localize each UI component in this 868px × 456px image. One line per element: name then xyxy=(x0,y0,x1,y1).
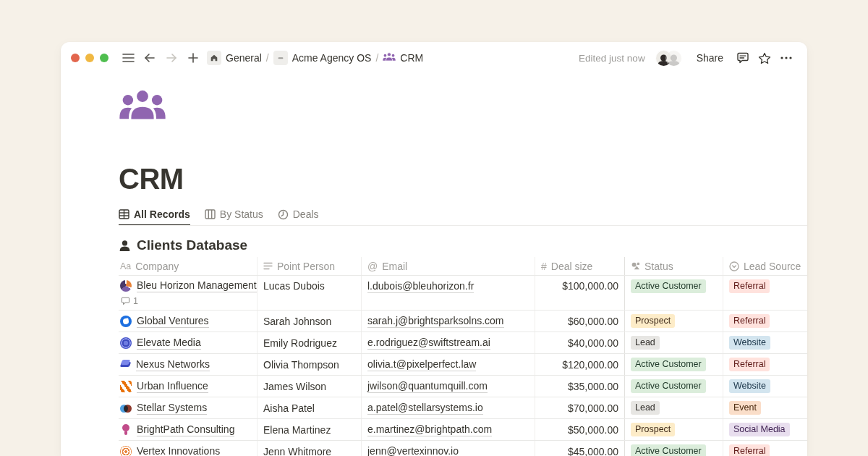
table-row[interactable]: Global Ventures Sarah Johnson sarah.j@br… xyxy=(119,311,807,332)
company-page-link[interactable]: Stellar Systems xyxy=(137,402,207,415)
status-cell[interactable]: Lead xyxy=(625,397,723,418)
company-page-link[interactable]: Bleu Horizon Management xyxy=(137,279,257,292)
status-cell[interactable]: Active Customer xyxy=(625,354,723,375)
tab-deals[interactable]: Deals xyxy=(278,208,319,225)
company-cell[interactable]: BrightPath Consulting xyxy=(119,419,258,440)
lead-source-badge: Social Media xyxy=(729,423,790,436)
point-person-cell[interactable]: Aisha Patel xyxy=(258,397,362,418)
email-link[interactable]: sarah.j@brightsparksolns.com xyxy=(367,315,504,328)
status-cell[interactable]: Active Customer xyxy=(625,276,723,310)
point-person-cell[interactable]: Sarah Johnson xyxy=(258,311,362,332)
email-link[interactable]: jwilson@quantumquill.com xyxy=(367,380,488,393)
table-row[interactable]: Bleu Horizon Management 1 Lucas Dubois l… xyxy=(119,276,807,311)
company-page-link[interactable]: BrightPath Consulting xyxy=(137,423,234,436)
email-cell[interactable]: jwilson@quantumquill.com xyxy=(362,376,535,397)
company-page-link[interactable]: Elevate Media xyxy=(137,337,201,350)
point-person-cell[interactable]: Elena Martinez xyxy=(258,419,362,440)
company-page-link[interactable]: Vertex Innovations xyxy=(137,445,220,456)
share-button[interactable]: Share xyxy=(697,52,723,64)
comments-icon[interactable] xyxy=(735,50,751,66)
column-header-email[interactable]: @ Email xyxy=(362,257,535,275)
email-link[interactable]: a.patel@stellarsystems.io xyxy=(367,402,483,415)
column-header-company[interactable]: Aa Company xyxy=(119,257,258,275)
company-cell[interactable]: Elevate Media xyxy=(119,332,258,353)
status-cell[interactable]: Lead xyxy=(625,332,723,353)
sidebar-toggle-icon[interactable] xyxy=(120,50,136,66)
email-cell[interactable]: olivia.t@pixelperfect.law xyxy=(362,354,535,375)
table-row[interactable]: Urban Influence James Wilson jwilson@qua… xyxy=(119,376,807,397)
email-cell[interactable]: e.rodriguez@swiftstream.ai xyxy=(362,332,535,353)
point-person-cell[interactable]: Jenn Whitmore xyxy=(258,441,362,456)
tab-all-records[interactable]: All Records xyxy=(119,208,190,225)
deal-size-cell[interactable]: $45,000.00 xyxy=(535,441,625,456)
new-page-icon[interactable] xyxy=(185,50,201,66)
email-cell[interactable]: sarah.j@brightsparksolns.com xyxy=(362,311,535,332)
minimize-window-button[interactable] xyxy=(85,54,94,62)
more-options-icon[interactable] xyxy=(778,50,794,66)
status-cell[interactable]: Prospect xyxy=(625,419,723,440)
email-cell[interactable]: jenn@vertexinnov.io xyxy=(362,441,535,456)
column-header-deal-size[interactable]: # Deal size xyxy=(535,257,625,275)
deal-size-cell[interactable]: $100,000.00 xyxy=(535,276,625,310)
table-row[interactable]: BrightPath Consulting Elena Martinez e.m… xyxy=(119,419,807,441)
page-icon-people-group[interactable] xyxy=(119,88,166,122)
breadcrumb-item-workspace[interactable]: Acme Agency OS xyxy=(292,52,372,64)
column-header-status[interactable]: Status xyxy=(625,257,723,275)
deal-size-cell[interactable]: $40,000.00 xyxy=(535,332,625,353)
status-cell[interactable]: Prospect xyxy=(625,311,723,332)
email-link[interactable]: olivia.t@pixelperfect.law xyxy=(367,358,476,371)
company-cell[interactable]: Stellar Systems xyxy=(119,397,258,418)
lead-source-cell[interactable]: Event xyxy=(723,397,807,418)
status-cell[interactable]: Active Customer xyxy=(625,376,723,397)
table-row[interactable]: Stellar Systems Aisha Patel a.patel@stel… xyxy=(119,397,807,419)
table-row[interactable]: Vertex Innovations Jenn Whitmore jenn@ve… xyxy=(119,441,807,456)
deal-size-cell[interactable]: $70,000.00 xyxy=(535,397,625,418)
company-cell[interactable]: Vertex Innovations xyxy=(119,441,258,456)
column-header-point-person[interactable]: Point Person xyxy=(258,257,362,275)
favorite-star-icon[interactable] xyxy=(757,50,773,66)
lead-source-cell[interactable]: Referral xyxy=(723,276,807,310)
company-cell[interactable]: Urban Influence xyxy=(119,376,258,397)
email-link[interactable]: e.rodriguez@swiftstream.ai xyxy=(367,337,490,350)
status-cell[interactable]: Active Customer xyxy=(625,441,723,456)
breadcrumb-item-crm[interactable]: CRM xyxy=(400,52,423,64)
point-person-cell[interactable]: Lucas Dubois xyxy=(258,276,362,310)
point-person-cell[interactable]: Olivia Thompson xyxy=(258,354,362,375)
email-cell[interactable]: a.patel@stellarsystems.io xyxy=(362,397,535,418)
tab-by-status[interactable]: By Status xyxy=(205,208,263,225)
company-cell[interactable]: Global Ventures xyxy=(119,311,258,332)
company-cell[interactable]: Nexus Networks xyxy=(119,354,258,375)
deal-size-cell[interactable]: $60,000.00 xyxy=(535,311,625,332)
point-person-cell[interactable]: Emily Rodriguez xyxy=(258,332,362,353)
forward-icon[interactable] xyxy=(163,50,179,66)
collaborator-avatars[interactable] xyxy=(655,50,682,67)
comment-count[interactable]: 1 xyxy=(120,296,138,306)
deal-size-cell[interactable]: $120,000.00 xyxy=(535,354,625,375)
home-icon[interactable] xyxy=(207,51,221,65)
close-window-button[interactable] xyxy=(71,54,80,62)
deal-size-cell[interactable]: $35,000.00 xyxy=(535,376,625,397)
email-link[interactable]: e.martinez@brightpath.com xyxy=(367,423,492,436)
lead-source-cell[interactable]: Website xyxy=(723,332,807,353)
back-icon[interactable] xyxy=(142,50,158,66)
table-row[interactable]: Nexus Networks Olivia Thompson olivia.t@… xyxy=(119,354,807,376)
company-cell[interactable]: Bleu Horizon Management 1 xyxy=(119,276,258,310)
email-cell[interactable]: e.martinez@brightpath.com xyxy=(362,419,535,440)
company-page-link[interactable]: Global Ventures xyxy=(137,315,209,328)
lead-source-cell[interactable]: Referral xyxy=(723,354,807,375)
point-person-cell[interactable]: James Wilson xyxy=(258,376,362,397)
zoom-window-button[interactable] xyxy=(100,54,109,62)
email-link[interactable]: jenn@vertexinnov.io xyxy=(367,445,459,456)
company-page-link[interactable]: Nexus Networks xyxy=(136,358,210,371)
lead-source-cell[interactable]: Referral xyxy=(723,441,807,456)
email-cell[interactable]: l.dubois@bleuhorizon.fr xyxy=(362,276,535,310)
company-page-link[interactable]: Urban Influence xyxy=(137,380,208,393)
lead-source-cell[interactable]: Social Media xyxy=(723,419,807,440)
lead-source-cell[interactable]: Referral xyxy=(723,311,807,332)
table-row[interactable]: Elevate Media Emily Rodriguez e.rodrigue… xyxy=(119,332,807,354)
breadcrumb-item-general[interactable]: General xyxy=(226,52,262,64)
lead-source-cell[interactable]: Website xyxy=(723,376,807,397)
column-header-lead-source[interactable]: Lead Source xyxy=(723,257,807,275)
email-link[interactable]: l.dubois@bleuhorizon.fr xyxy=(367,280,474,293)
deal-size-cell[interactable]: $50,000.00 xyxy=(535,419,625,440)
